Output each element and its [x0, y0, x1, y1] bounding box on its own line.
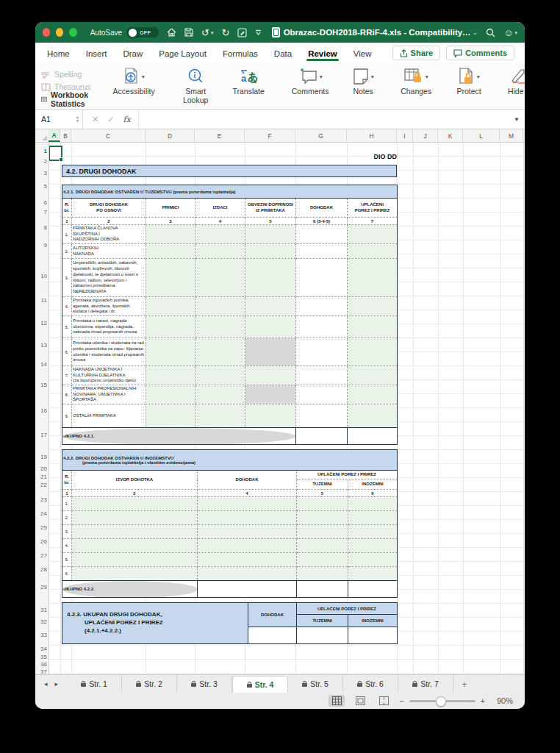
input-cell[interactable] [146, 244, 195, 259]
total-porez-cell[interactable] [348, 428, 398, 445]
input-cell[interactable] [146, 366, 195, 385]
row-header[interactable]: 12 [35, 320, 47, 327]
select-all-corner[interactable] [35, 129, 49, 142]
calc-cell[interactable] [296, 385, 348, 404]
ribbon-comments-button[interactable]: ▾ Comments [284, 65, 337, 109]
row-header[interactable]: 3 [35, 170, 47, 177]
input-cell[interactable] [297, 511, 348, 525]
row-header[interactable]: 29 [35, 584, 47, 591]
row-header[interactable]: 9 [35, 242, 47, 249]
formula-input[interactable] [138, 110, 509, 129]
input-cell[interactable] [198, 567, 297, 581]
input-cell[interactable] [195, 338, 245, 366]
row-header[interactable]: 23 [35, 496, 47, 504]
zoom-in-icon[interactable]: + [481, 696, 485, 705]
input-cell[interactable] [195, 259, 245, 297]
input-cell[interactable] [146, 385, 195, 404]
calc-cell[interactable] [296, 404, 348, 428]
row-header[interactable]: 37 [35, 668, 47, 674]
row-header[interactable]: 26 [35, 538, 47, 546]
input-cell[interactable] [198, 553, 297, 567]
input-cell[interactable] [146, 338, 195, 366]
calc-cell[interactable] [296, 338, 348, 366]
save-icon[interactable] [184, 28, 193, 37]
input-cell[interactable] [245, 259, 296, 297]
total-inozemni-cell[interactable] [348, 581, 398, 598]
input-cell[interactable] [72, 553, 198, 567]
pen-edit-icon[interactable] [237, 28, 247, 38]
input-cell[interactable] [72, 539, 198, 553]
input-cell[interactable] [198, 525, 297, 539]
input-cell[interactable] [72, 525, 198, 539]
row-header[interactable]: 1 [35, 148, 47, 155]
sheet-prev-icon[interactable]: ◂ [44, 680, 48, 688]
row-header[interactable]: 7 [35, 209, 47, 216]
input-cell[interactable] [348, 525, 398, 539]
column-header-i[interactable]: I [397, 129, 413, 142]
row-header[interactable]: 24 [35, 510, 47, 518]
sheet-tab-str7[interactable]: Str. 7 [398, 675, 453, 693]
input-cell[interactable] [348, 539, 398, 553]
tab-home[interactable]: Home [46, 45, 71, 62]
input-cell[interactable] [146, 225, 195, 244]
undo-icon[interactable]: ↺▾ [201, 28, 213, 38]
input-cell[interactable] [195, 297, 245, 316]
column-header-e[interactable]: E [195, 129, 245, 142]
column-header-h[interactable]: H [347, 129, 397, 142]
workbook-statistics-button[interactable]: 123 Workbook Statistics [41, 93, 93, 105]
row-header[interactable]: 19 [35, 454, 47, 461]
notes-button[interactable]: ▾ Notes [337, 65, 390, 109]
tab-review[interactable]: Review [306, 45, 339, 62]
normal-view-icon[interactable] [329, 695, 345, 707]
total-dohodak-cell[interactable] [198, 581, 297, 598]
tab-page-layout[interactable]: Page Layout [157, 45, 208, 62]
tab-data[interactable]: Data [273, 45, 293, 62]
row-header[interactable]: 21 [35, 474, 47, 481]
sheet-tab-str1[interactable]: Str. 1 [67, 675, 122, 693]
confirm-entry-icon[interactable]: ✓ [107, 115, 114, 124]
input-cell[interactable] [348, 553, 398, 567]
autosave-switch[interactable]: OFF [126, 27, 159, 38]
total-inozemni-cell[interactable] [348, 627, 398, 644]
row-header[interactable]: 14 [35, 361, 47, 368]
input-cell[interactable] [195, 366, 245, 385]
name-box-stepper[interactable]: ▲▼ [76, 115, 79, 123]
accessibility-button[interactable]: ▾ Accessibility [107, 65, 160, 109]
input-cell[interactable] [348, 404, 398, 428]
sheet-tab-str2[interactable]: Str. 2 [122, 675, 177, 693]
row-header[interactable]: 33 [35, 632, 47, 639]
translate-button[interactable]: aあ Translate [222, 65, 275, 109]
tab-formulas[interactable]: Formulas [221, 45, 259, 62]
input-cell[interactable] [195, 385, 245, 404]
column-header-f[interactable]: F [245, 129, 295, 142]
input-cell[interactable] [198, 497, 297, 511]
row-header[interactable]: 32 [35, 618, 47, 626]
input-cell[interactable] [146, 297, 195, 316]
input-cell[interactable] [72, 511, 198, 525]
input-cell[interactable] [245, 316, 296, 338]
row-header[interactable]: 2 [35, 158, 47, 165]
row-header[interactable]: 28 [35, 566, 47, 574]
zoom-out-icon[interactable]: − [399, 696, 403, 705]
close-button[interactable] [43, 28, 50, 37]
input-cell[interactable] [245, 297, 296, 316]
insert-function-icon[interactable]: fx [123, 115, 130, 124]
input-cell[interactable] [245, 366, 296, 385]
input-cell[interactable] [72, 497, 198, 511]
calc-cell[interactable] [296, 297, 348, 316]
tab-insert[interactable]: Insert [85, 45, 109, 62]
page-layout-view-icon[interactable] [352, 695, 368, 707]
row-header[interactable]: 10 [35, 273, 47, 280]
input-cell[interactable] [146, 259, 195, 297]
input-cell[interactable] [348, 385, 398, 404]
row-header[interactable]: 36 [35, 661, 47, 668]
add-sheet-button[interactable]: + [453, 675, 475, 693]
row-header[interactable]: 6 [35, 199, 47, 207]
customize-toolbar-icon[interactable] [255, 29, 262, 36]
tab-view[interactable]: View [352, 45, 373, 62]
row-header[interactable]: 8 [35, 224, 47, 232]
cancel-entry-icon[interactable]: ✕ [92, 115, 98, 124]
tab-draw[interactable]: Draw [121, 45, 144, 62]
input-cell[interactable] [245, 404, 296, 428]
zoom-window-button[interactable] [69, 28, 76, 37]
